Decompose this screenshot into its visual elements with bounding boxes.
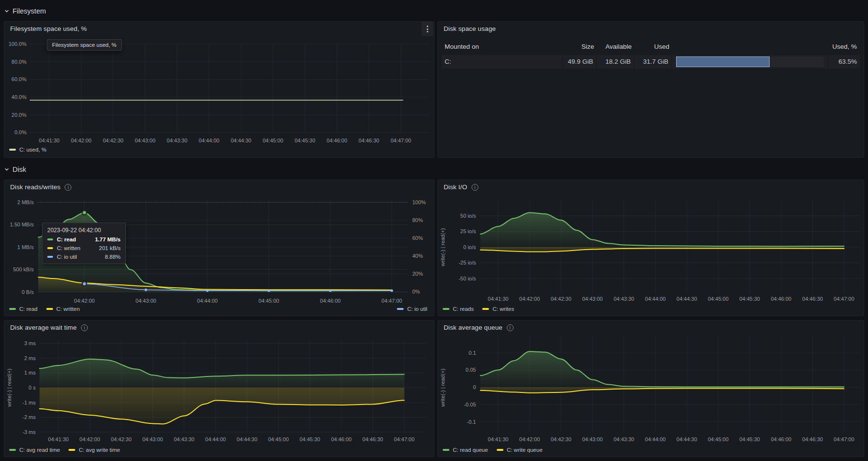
chart-svg: 3 ms2 ms1 ms0 s-1 ms-2 ms-3 ms04:41:3004… [4, 321, 435, 458]
table-row[interactable]: C: 49.9 GiB 18.2 GiB 31.7 GiB 63.5% [442, 55, 860, 69]
info-icon[interactable] [507, 324, 514, 331]
panel-title[interactable]: Disk I/O [444, 183, 467, 191]
y-axis-tick-label: 20.0% [12, 112, 27, 118]
legend-series-marker [397, 308, 404, 310]
series-fill-area [480, 351, 844, 387]
legend-series-label: C: io util [407, 306, 427, 312]
y-axis-title: write(-) | read(+) [6, 369, 12, 407]
legend-item[interactable]: C: used, % [9, 147, 46, 153]
x-axis-tick-label: 04:42:00 [519, 296, 540, 302]
section-header-disk[interactable]: Disk [4, 164, 26, 175]
series-point [145, 289, 147, 291]
y-axis-tick-label: 0 [473, 384, 476, 390]
series-point [206, 289, 208, 292]
x-axis-tick-label: 04:47:00 [381, 298, 402, 304]
chevron-down-icon [4, 167, 10, 172]
x-axis-tick-label: 04:43:30 [167, 138, 188, 143]
legend-item[interactable]: C: avg read time [9, 447, 60, 453]
legend-item[interactable]: C: written [46, 306, 80, 312]
tooltip-row: C: written201 kB/s [47, 245, 121, 251]
y-axis-right-tick-label: 40% [412, 253, 423, 259]
x-axis-tick-label: 04:42:00 [71, 138, 92, 143]
y-axis-title: write(-) | read(+) [440, 369, 446, 407]
cell-usage-bar [672, 55, 828, 69]
panel-hover-tooltip: Filesystem space used, % [47, 39, 122, 51]
section-header-filesystem[interactable]: Filesystem [4, 6, 46, 16]
panel-title[interactable]: Disk average queue [444, 324, 502, 331]
legend-series-label: C: reads [453, 306, 474, 312]
cell-used: 31.7 GiB [635, 55, 672, 69]
legend-item[interactable]: C: io util [397, 306, 427, 312]
x-axis-tick-label: 04:44:00 [645, 296, 666, 302]
legend-series-marker [443, 308, 449, 310]
y-axis-tick-label: 1 MB/s [17, 244, 34, 250]
chart-legend: C: read queueC: write queue [443, 447, 857, 453]
legend-series-label: C: writes [492, 306, 514, 312]
legend-item[interactable]: C: write queue [497, 447, 542, 453]
chart-legend: C: used, % [9, 147, 427, 153]
x-axis-tick-label: 04:46:00 [326, 138, 347, 143]
x-axis-tick-label: 04:45:00 [708, 296, 729, 302]
section-title: Filesystem [13, 7, 46, 15]
panel-menu-button[interactable] [421, 22, 433, 36]
disk-avg-queue-chart[interactable]: 0.10.050-0.05-0.104:41:3004:42:0004:42:3… [438, 321, 864, 457]
series-fill-area [40, 359, 404, 388]
chart-legend: C: avg read timeC: avg write time [9, 447, 427, 453]
x-axis-tick-label: 04:46:30 [802, 296, 823, 302]
tooltip-series-label: C: read [57, 237, 76, 242]
disk-avg-wait-chart[interactable]: 3 ms2 ms1 ms0 s-1 ms-2 ms-3 ms04:41:3004… [4, 321, 434, 457]
panel-title[interactable]: Disk space usage [444, 25, 496, 32]
x-axis-tick-label: 04:46:30 [359, 138, 380, 143]
legend-series-label: C: avg write time [79, 447, 120, 453]
y-axis-tick-label: 0 B/s [22, 289, 34, 295]
legend-item[interactable]: C: read queue [443, 447, 488, 453]
x-axis-tick-label: 04:44:30 [677, 436, 697, 442]
legend-item[interactable]: C: read [9, 306, 38, 312]
column-header-mounted-on[interactable]: Mounted on [442, 40, 563, 53]
x-axis-tick-label: 04:45:00 [708, 436, 729, 442]
legend-series-label: C: read [19, 306, 38, 312]
column-header-used-pct[interactable]: Used, % [828, 40, 860, 53]
x-axis-tick-label: 04:47:00 [394, 436, 415, 442]
y-axis-tick-label: -0.1 [467, 419, 476, 425]
column-header-used[interactable]: Used [635, 40, 672, 53]
x-axis-tick-label: 04:46:30 [363, 436, 383, 442]
y-axis-right-tick-label: 0% [412, 289, 420, 294]
x-axis-tick-label: 04:42:00 [74, 298, 95, 304]
panel-title[interactable]: Disk reads/writes [10, 183, 60, 191]
chart-legend: C: readC: writtenC: io util [9, 306, 427, 312]
series-fill-area [40, 388, 404, 424]
y-axis-tick-label: 100.0% [9, 41, 27, 47]
legend-series-marker [443, 449, 449, 451]
x-axis-tick-label: 04:41:30 [488, 296, 509, 302]
x-axis-tick-label: 04:42:30 [111, 436, 132, 442]
y-axis-tick-label: -2 ms [23, 414, 36, 420]
column-header-size[interactable]: Size [563, 40, 597, 53]
disk-avg-queue-panel: Disk average queue 0.10.050-0.05-0.104:4… [437, 320, 864, 457]
legend-item[interactable]: C: writes [482, 306, 514, 312]
column-header-available[interactable]: Available [597, 40, 635, 53]
series-point [391, 289, 393, 292]
info-icon[interactable] [472, 184, 478, 191]
legend-item[interactable]: C: reads [443, 306, 474, 312]
hovered-data-point [82, 210, 87, 215]
usage-bar-track [676, 56, 824, 67]
x-axis-tick-label: 04:46:00 [771, 296, 791, 302]
cell-used-pct: 63.5% [828, 55, 860, 69]
panel-title[interactable]: Disk average wait time [10, 324, 77, 331]
more-options-icon [427, 26, 428, 27]
info-icon[interactable] [65, 184, 71, 191]
x-axis-tick-label: 04:42:30 [103, 138, 123, 143]
info-icon[interactable] [81, 324, 88, 331]
disk-usage-table: Mounted on Size Available Used Used, % C… [442, 40, 860, 69]
disk-io-panel: Disk I/O 50 io/s25 io/s0 io/s-25 io/s-50… [437, 180, 864, 316]
x-axis-tick-label: 04:43:00 [142, 436, 163, 442]
y-axis-tick-label: 1.50 MB/s [10, 222, 34, 227]
legend-item[interactable]: C: avg write time [68, 447, 120, 453]
panel-title[interactable]: Filesystem space used, % [10, 25, 87, 32]
x-axis-tick-label: 04:46:00 [331, 436, 352, 442]
y-axis-tick-label: 0.05 [466, 367, 476, 373]
disk-io-chart[interactable]: 50 io/s25 io/s0 io/s-25 io/s-50 io/s04:4… [438, 180, 864, 316]
disk-space-usage-panel: Disk space usage Mounted on Size Availab… [437, 21, 864, 158]
y-axis-tick-label: 2 MB/s [17, 199, 34, 205]
